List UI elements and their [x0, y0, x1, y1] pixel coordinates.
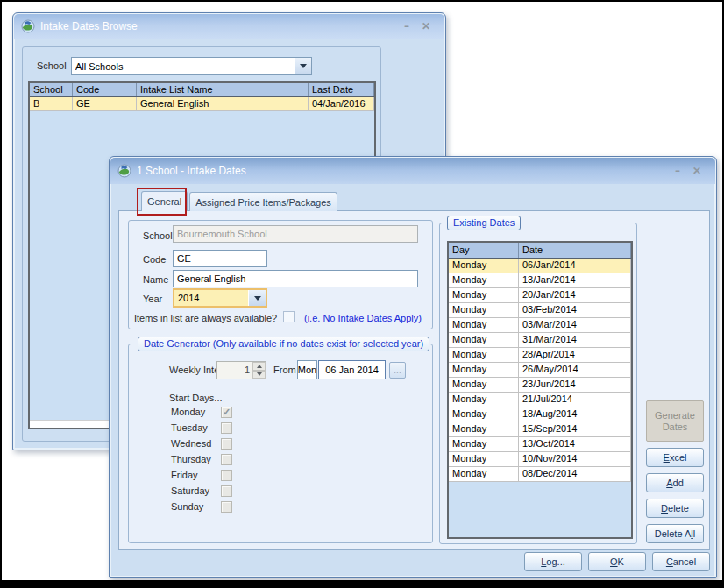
- start-day-label-saturday: Saturday: [169, 485, 221, 496]
- dropdown-button[interactable]: [248, 290, 266, 306]
- table-row[interactable]: Monday03/Feb/2014: [449, 303, 631, 318]
- table-row[interactable]: Monday31/Mar/2014: [449, 333, 631, 348]
- school-field-label: School: [143, 230, 173, 241]
- start-day-checkbox-thursday: [221, 454, 232, 465]
- table-row[interactable]: Monday10/Nov/2014: [449, 452, 631, 467]
- table-row[interactable]: Monday08/Dec/2014: [449, 467, 631, 482]
- table-header: SchoolCodeIntake List NameLast Date: [30, 83, 374, 97]
- table-cell: 10/Nov/2014: [519, 452, 631, 466]
- tab-general[interactable]: General: [141, 191, 188, 211]
- table-cell: Monday: [449, 452, 519, 466]
- year-field-label: Year: [143, 294, 162, 304]
- log-button[interactable]: Log...: [524, 552, 582, 571]
- code-field-label: Code: [143, 254, 166, 265]
- from-day-box: Mon: [297, 360, 317, 379]
- minimize-icon[interactable]: –: [404, 21, 409, 32]
- table-cell: 21/Jul/2014: [519, 393, 631, 407]
- spin-up-icon: [252, 362, 266, 371]
- table-cell: Monday: [449, 467, 519, 481]
- browse-window-controls: – ✕: [404, 21, 437, 32]
- table-row[interactable]: Monday26/May/2014: [449, 363, 631, 378]
- table-cell: 13/Oct/2014: [519, 437, 631, 451]
- column-header-intake-list-name: Intake List Name: [137, 83, 309, 96]
- start-day-row: Saturday: [169, 483, 232, 499]
- close-icon[interactable]: ✕: [422, 21, 430, 32]
- table-cell: Monday: [449, 393, 519, 407]
- school-filter-combo[interactable]: All Schools: [71, 57, 312, 75]
- table-row[interactable]: Monday13/Oct/2014: [449, 437, 631, 452]
- excel-button[interactable]: Excel: [646, 448, 704, 467]
- code-field[interactable]: [173, 250, 267, 267]
- start-day-label-wednesd: Wednesd: [169, 438, 221, 449]
- spinner-buttons: [252, 362, 266, 379]
- ok-button[interactable]: OK: [588, 552, 646, 571]
- year-combo[interactable]: 2014: [173, 288, 267, 308]
- start-day-checkbox-tuesday: [221, 422, 232, 434]
- table-cell: 26/May/2014: [519, 363, 631, 377]
- delete-all-button[interactable]: Delete All: [646, 524, 704, 543]
- school-filter-label: School: [37, 60, 67, 71]
- dropdown-button[interactable]: [294, 58, 311, 74]
- always-available-checkbox[interactable]: [283, 311, 295, 322]
- table-cell: Monday: [449, 259, 519, 273]
- school-filter-value: All Schools: [72, 58, 294, 74]
- check-icon: ✓: [222, 407, 231, 417]
- table-row[interactable]: Monday28/Apr/2014: [449, 348, 631, 363]
- table-row[interactable]: Monday06/Jan/2014: [449, 259, 631, 273]
- table-row[interactable]: Monday13/Jan/2014: [449, 273, 631, 288]
- bottom-buttons: Log...OKCancel: [524, 552, 710, 571]
- date-browse-button: ...: [389, 362, 406, 379]
- add-button[interactable]: Add: [646, 473, 704, 492]
- table-header: DayDate: [449, 243, 631, 259]
- start-day-label-tuesday: Tuesday: [169, 422, 221, 433]
- table-row[interactable]: Monday18/Aug/2014: [449, 407, 631, 422]
- delete-button[interactable]: Delete: [646, 499, 704, 518]
- start-days-label: Start Days...: [169, 393, 223, 403]
- start-day-checkbox-friday: [221, 470, 232, 481]
- start-day-row: Sunday: [169, 499, 232, 514]
- start-day-checkbox-wednesd: [221, 438, 232, 450]
- column-header-school: School: [30, 83, 73, 96]
- tab-assigned-price-items-packages[interactable]: Assigned Price Items/Packages: [189, 192, 337, 211]
- name-field[interactable]: [173, 270, 418, 287]
- close-icon[interactable]: ✕: [692, 166, 701, 176]
- table-row[interactable]: BGEGeneral English04/Jan/2016: [30, 97, 374, 111]
- table-cell: 28/Apr/2014: [519, 348, 631, 362]
- table-row[interactable]: Monday23/Jun/2014: [449, 378, 631, 393]
- table-cell: Monday: [449, 318, 519, 332]
- tab-strip: GeneralAssigned Price Items/Packages: [141, 191, 337, 211]
- spin-down-icon: [252, 371, 266, 379]
- start-day-label-friday: Friday: [169, 470, 221, 480]
- table-cell: 08/Dec/2014: [519, 467, 631, 481]
- start-day-label-monday: Monday: [169, 407, 221, 417]
- side-buttons: Generate DatesExcelAddDeleteDelete All: [646, 400, 704, 543]
- table-cell: 13/Jan/2014: [519, 273, 631, 287]
- table-cell: Monday: [449, 437, 519, 451]
- existing-dates-groupbox: Existing Dates DayDateMonday06/Jan/2014M…: [439, 223, 637, 544]
- weekly-interval-value: 1: [217, 362, 252, 379]
- table-cell: 15/Sep/2014: [519, 422, 631, 436]
- table-cell: 23/Jun/2014: [519, 378, 631, 392]
- start-day-checkbox-saturday: [221, 485, 232, 497]
- start-day-label-thursday: Thursday: [169, 454, 221, 464]
- name-field-label: Name: [143, 274, 168, 285]
- screenshot-frame: Intake Dates Browse – ✕ School All Schoo…: [0, 0, 724, 588]
- table-cell: Monday: [449, 363, 519, 377]
- from-date-box[interactable]: 06 Jan 2014: [318, 360, 386, 379]
- table-cell: Monday: [449, 333, 519, 347]
- table-row[interactable]: Monday03/Mar/2014: [449, 318, 631, 333]
- chevron-down-icon: [254, 296, 261, 301]
- table-cell: General English: [137, 97, 309, 110]
- cancel-button[interactable]: Cancel: [652, 552, 710, 571]
- detail-titlebar: 1 School - Intake Dates – ✕: [110, 158, 715, 184]
- minimize-icon[interactable]: –: [675, 166, 680, 176]
- start-days-list: Monday✓TuesdayWednesdThursdayFridaySatur…: [169, 404, 232, 514]
- start-day-row: Thursday: [169, 451, 232, 467]
- table-cell: 03/Feb/2014: [519, 303, 631, 317]
- table-row[interactable]: Monday15/Sep/2014: [449, 422, 631, 437]
- table-row[interactable]: Monday20/Jan/2014: [449, 288, 631, 303]
- detail-window: 1 School - Intake Dates – ✕ GeneralAssig…: [109, 156, 717, 578]
- table-cell: Monday: [449, 273, 519, 287]
- table-row[interactable]: Monday21/Jul/2014: [449, 393, 631, 407]
- column-header-last-date: Last Date: [309, 83, 374, 96]
